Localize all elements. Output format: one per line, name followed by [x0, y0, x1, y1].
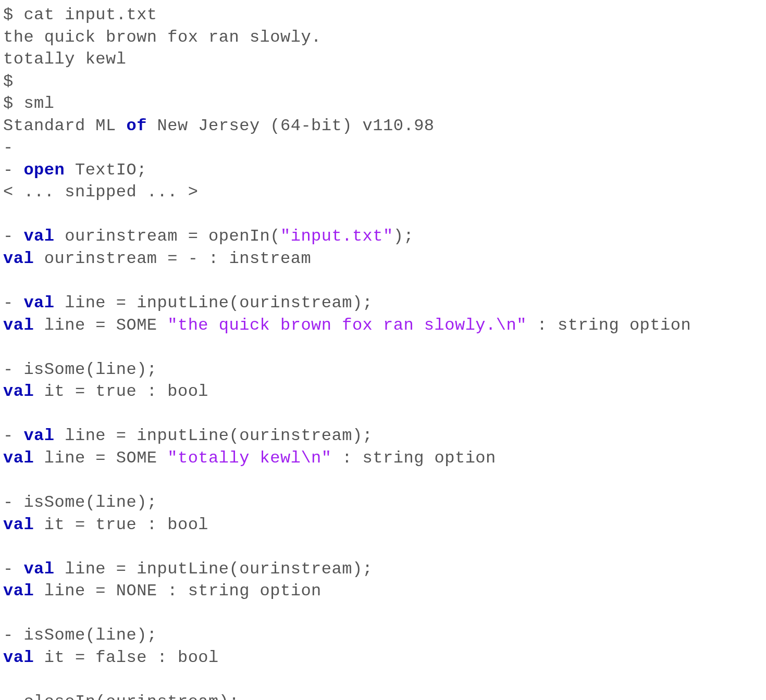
code-text: - — [3, 426, 23, 445]
keyword: val — [3, 448, 34, 468]
code-text: the quick brown fox ran slowly. — [3, 28, 322, 47]
code-text: New Jersey (64-bit) v110.98 — [147, 116, 435, 135]
string-literal: "the quick brown fox ran slowly.\n" — [167, 316, 527, 335]
code-text: TextIO; — [65, 160, 147, 180]
keyword: val — [3, 316, 34, 335]
code-text: Standard ML — [3, 116, 126, 135]
code-text: - isSome(line); — [3, 626, 157, 645]
code-text: < ... snipped ... > — [3, 182, 198, 202]
code-text: totally kewl — [3, 49, 126, 69]
code-text: ourinstream = openIn( — [55, 227, 280, 246]
code-text: $ — [3, 72, 14, 91]
code-text: line = inputLine(ourinstream); — [55, 293, 373, 312]
keyword: val — [3, 515, 34, 534]
keyword: val — [23, 559, 54, 579]
code-text: - — [3, 293, 23, 312]
code-text: ourinstream = - : instream — [34, 249, 311, 268]
code-text: it = false : bool — [34, 648, 219, 667]
keyword: val — [3, 249, 34, 268]
code-text: $ sml — [3, 94, 55, 113]
code-text: $ cat input.txt — [3, 5, 157, 24]
code-text: - isSome(line); — [3, 360, 157, 379]
keyword: val — [23, 227, 54, 246]
keyword: val — [3, 382, 34, 401]
code-text: - — [3, 559, 23, 579]
code-text: it = true : bool — [34, 515, 208, 534]
string-literal: "input.txt" — [280, 227, 393, 246]
code-text: - — [3, 138, 14, 157]
keyword: val — [3, 648, 34, 667]
code-text: line = SOME — [34, 316, 167, 335]
code-text: line = inputLine(ourinstream); — [55, 559, 373, 579]
code-text: - isSome(line); — [3, 493, 157, 512]
keyword: val — [23, 293, 54, 312]
code-text: ); — [393, 227, 414, 246]
code-text: : string option — [527, 316, 691, 335]
string-literal: "totally kewl\n" — [167, 448, 331, 468]
keyword: val — [23, 426, 54, 445]
code-text: line = inputLine(ourinstream); — [55, 426, 373, 445]
code-text: line = SOME — [34, 448, 167, 468]
code-text: - — [3, 227, 23, 246]
keyword: open — [23, 160, 65, 180]
code-text: line = NONE : string option — [34, 581, 322, 601]
code-text: : string option — [332, 448, 496, 468]
code-text: - — [3, 160, 23, 180]
keyword: val — [3, 581, 34, 601]
keyword: of — [126, 116, 146, 135]
code-text: it = true : bool — [34, 382, 208, 401]
code-block: $ cat input.txt the quick brown fox ran … — [0, 0, 766, 700]
code-text: - closeIn(ourinstream); — [3, 692, 239, 700]
